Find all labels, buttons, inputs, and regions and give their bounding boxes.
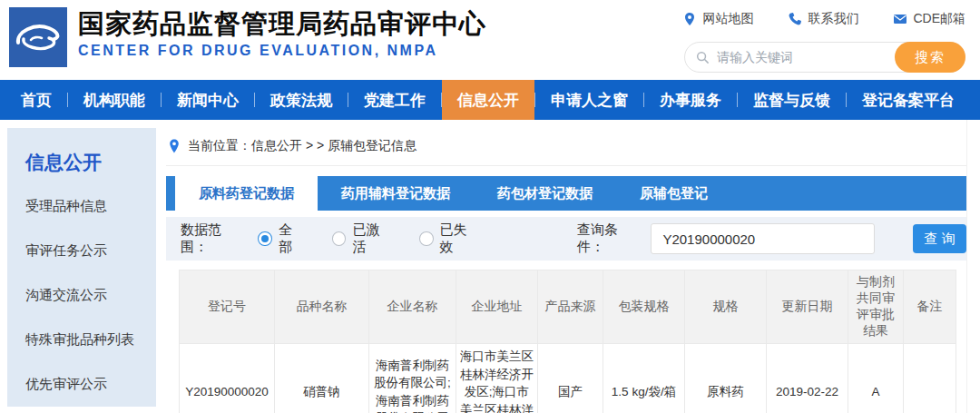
sidebar-item-special-approval-list[interactable]: 特殊审批品种列表 <box>7 318 156 362</box>
sitemap-link-label: 网站地图 <box>702 11 753 27</box>
col-header-company-address: 企业地址 <box>456 270 538 344</box>
col-header-company-name: 企业名称 <box>369 270 456 344</box>
cell-product-origin: 国产 <box>538 344 603 413</box>
page-body: 信息公开 受理品种信息 审评任务公示 沟通交流公示 特殊审批品种列表 优先审评公… <box>0 120 980 413</box>
sidebar-title-info-disclosure[interactable]: 信息公开 <box>7 143 156 184</box>
sidebar-item-review-tasks[interactable]: 审评任务公示 <box>7 229 156 273</box>
sidebar: 信息公开 受理品种信息 审评任务公示 沟通交流公示 特殊审批品种列表 优先审评公… <box>7 128 156 407</box>
nav-item-applicant-window[interactable]: 申请人之窗 <box>535 80 643 120</box>
tab-excipient-registration-data[interactable]: 药用辅料登记数据 <box>318 176 474 211</box>
scope-radio-group: 全部 已激活 已失效 <box>258 221 479 256</box>
radio-activated-circle <box>332 231 347 246</box>
col-header-spec: 规格 <box>685 270 767 344</box>
nav-item-news-center[interactable]: 新闻中心 <box>162 80 254 120</box>
mail-icon <box>893 12 907 26</box>
nav-item-home[interactable]: 首页 <box>5 80 67 120</box>
site-subtitle: CENTER FOR DRUG EVALUATION, NMPA <box>78 43 486 59</box>
cde-logo <box>9 7 67 67</box>
registration-data-table: 登记号 品种名称 企业名称 企业地址 产品来源 包装规格 规格 更新日期 与制剂… <box>179 270 956 413</box>
radio-activated[interactable]: 已激活 <box>332 221 392 256</box>
col-header-remarks: 备注 <box>904 270 956 344</box>
contact-link-label: 联系我们 <box>808 11 858 27</box>
registration-tabs: 原料药登记数据 药用辅料登记数据 药包材登记数据 原辅包登记 <box>166 176 966 211</box>
breadcrumb: 当前位置：信息公开 > > 原辅包登记信息 <box>166 120 966 166</box>
col-header-joint-review-result: 与制剂共同审评审批结果 <box>848 270 904 344</box>
nav-item-party-building[interactable]: 党建工作 <box>348 80 441 120</box>
location-pin-icon <box>168 139 181 153</box>
query-condition-label: 查询条件： <box>577 221 643 256</box>
radio-all[interactable]: 全部 <box>258 221 305 256</box>
breadcrumb-text: 当前位置：信息公开 > > 原辅包登记信息 <box>188 138 416 154</box>
header-quick-links: 网站地图 联系我们 CDE邮箱 <box>682 11 965 27</box>
sidebar-item-communication[interactable]: 沟通交流公示 <box>7 273 156 318</box>
col-header-update-date: 更新日期 <box>767 270 848 344</box>
col-header-variety-name: 品种名称 <box>275 270 369 344</box>
col-header-product-origin: 产品来源 <box>538 270 603 344</box>
cde-mail-link[interactable]: CDE邮箱 <box>893 11 965 27</box>
cell-joint-review-result: A <box>848 344 904 413</box>
site-header: 国家药品监督管理局药品审评中心 CENTER FOR DRUG EVALUATI… <box>0 0 980 80</box>
sidebar-item-breakthrough-therapy[interactable]: 突破性治疗公示 <box>7 407 156 413</box>
contact-link[interactable]: 联系我们 <box>788 11 858 27</box>
radio-inactive[interactable]: 已失效 <box>419 221 479 256</box>
site-title: 国家药品监督管理局药品审评中心 <box>78 7 486 40</box>
cell-remarks <box>904 344 956 413</box>
cell-spec: 原料药 <box>685 344 767 413</box>
scope-label: 数据范围： <box>181 221 247 256</box>
map-pin-icon <box>682 12 697 26</box>
radio-inactive-label: 已失效 <box>440 221 480 256</box>
radio-all-label: 全部 <box>279 221 305 256</box>
site-titles: 国家药品监督管理局药品审评中心 CENTER FOR DRUG EVALUATI… <box>78 7 486 59</box>
cell-variety-name: 硝普钠 <box>275 344 369 413</box>
cell-packaging-spec: 1.5 kg/袋/箱 <box>603 344 685 413</box>
query-button[interactable]: 查 询 <box>913 224 966 253</box>
sidebar-item-accepted-varieties[interactable]: 受理品种信息 <box>7 184 156 229</box>
table-header-row: 登记号 品种名称 企业名称 企业地址 产品来源 包装规格 规格 更新日期 与制剂… <box>180 270 956 344</box>
radio-all-circle <box>258 231 272 246</box>
search-icon <box>696 51 710 64</box>
radio-activated-label: 已激活 <box>352 221 392 256</box>
tab-packaging-registration-data[interactable]: 药包材登记数据 <box>474 176 616 211</box>
nav-item-supervision-feedback[interactable]: 监督与反馈 <box>738 80 846 120</box>
cell-update-date: 2019-02-22 <box>767 344 848 413</box>
nav-item-registration-platform[interactable]: 登记备案平台 <box>847 80 970 120</box>
tab-api-registration-data[interactable]: 原料药登记数据 <box>175 176 318 211</box>
sidebar-item-priority-review[interactable]: 优先审评公示 <box>7 362 156 407</box>
main-content: 当前位置：信息公开 > > 原辅包登记信息 原料药登记数据 药用辅料登记数据 药… <box>166 120 967 413</box>
cde-logo-swirl-icon <box>9 7 67 67</box>
tab-raw-aux-pack-registration[interactable]: 原辅包登记 <box>616 176 731 211</box>
col-header-packaging-spec: 包装规格 <box>603 270 685 344</box>
cell-company-address: 海口市美兰区桂林洋经济开发区;海口市美兰区桂林洋经济开发区 <box>456 344 538 413</box>
nav-item-services[interactable]: 办事服务 <box>644 80 737 120</box>
query-condition-input[interactable] <box>651 223 875 254</box>
header-search: 搜索 <box>684 42 965 73</box>
main-nav: 首页 机构职能 新闻中心 政策法规 党建工作 信息公开 申请人之窗 办事服务 监… <box>0 80 980 120</box>
radio-inactive-circle <box>419 231 434 246</box>
phone-icon <box>788 12 802 26</box>
nav-item-info-disclosure[interactable]: 信息公开 <box>442 80 534 120</box>
cell-registration-no: Y20190000020 <box>180 344 275 413</box>
cde-mail-link-label: CDE邮箱 <box>913 11 965 27</box>
table-row: Y20190000020 硝普钠 海南普利制药股份有限公司;海南普利制药股份有限… <box>180 344 956 413</box>
nav-item-policies[interactable]: 政策法规 <box>255 80 348 120</box>
filter-bar: 数据范围： 全部 已激活 已失效 查询条件： 查 询 <box>166 217 966 261</box>
sitemap-link[interactable]: 网站地图 <box>682 11 753 27</box>
cell-company-name: 海南普利制药股份有限公司;海南普利制药股份有限公司 <box>369 344 456 413</box>
search-button[interactable]: 搜索 <box>895 42 965 73</box>
nav-item-org-functions[interactable]: 机构职能 <box>68 80 161 120</box>
col-header-registration-no: 登记号 <box>180 270 275 344</box>
